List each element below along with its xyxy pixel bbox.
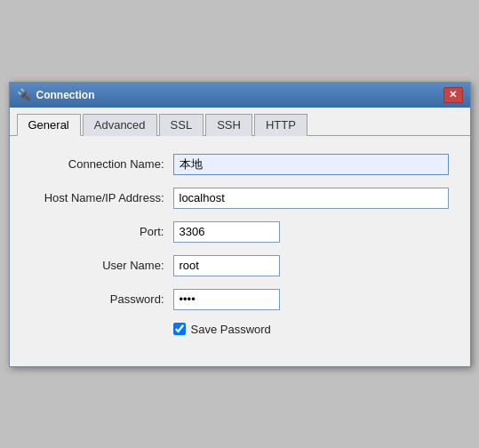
tab-http[interactable]: HTTP: [254, 114, 307, 136]
password-row: Password:: [31, 289, 449, 310]
username-label: User Name:: [31, 259, 173, 272]
title-bar: 🔌 Connection ✕: [10, 83, 470, 108]
form-content: Connection Name: Host Name/IP Address: P…: [10, 136, 470, 366]
password-label: Password:: [31, 292, 173, 306]
tab-general[interactable]: General: [17, 114, 81, 136]
window-icon: 🔌: [17, 88, 31, 102]
port-label: Port:: [31, 225, 173, 238]
connection-window: 🔌 Connection ✕ General Advanced SSL SSH …: [9, 82, 471, 367]
port-input[interactable]: [173, 221, 280, 243]
username-input[interactable]: [173, 255, 280, 276]
tab-ssh[interactable]: SSH: [205, 114, 252, 136]
connection-name-row: Connection Name:: [31, 154, 449, 175]
tab-ssl[interactable]: SSL: [159, 114, 204, 136]
host-input[interactable]: [173, 188, 449, 209]
save-password-checkbox[interactable]: [173, 323, 186, 335]
tabs-container: General Advanced SSL SSH HTTP: [10, 108, 470, 136]
tab-advanced[interactable]: Advanced: [83, 114, 157, 136]
title-bar-controls: ✕: [443, 87, 463, 103]
save-password-row: Save Password: [173, 323, 449, 336]
password-input[interactable]: [173, 289, 280, 310]
host-row: Host Name/IP Address:: [31, 188, 449, 209]
connection-name-input[interactable]: [173, 154, 449, 175]
port-row: Port:: [31, 221, 449, 243]
save-password-label[interactable]: Save Password: [191, 323, 271, 336]
title-bar-left: 🔌 Connection: [17, 88, 95, 102]
connection-name-label: Connection Name:: [31, 157, 173, 171]
close-button[interactable]: ✕: [443, 87, 463, 103]
username-row: User Name:: [31, 255, 449, 276]
host-label: Host Name/IP Address:: [31, 191, 173, 204]
window-title: Connection: [36, 89, 95, 101]
